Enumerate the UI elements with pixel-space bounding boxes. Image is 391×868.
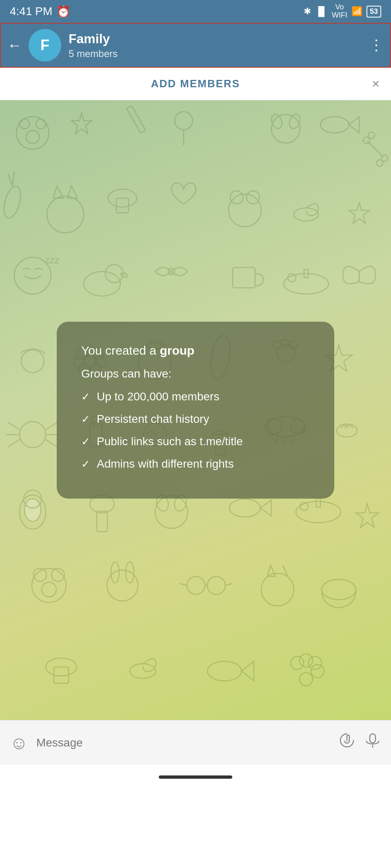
svg-line-20 <box>12 172 14 186</box>
svg-line-100 <box>225 583 233 585</box>
info-title-prefix: You created a <box>81 344 160 357</box>
svg-line-99 <box>180 583 187 585</box>
list-item-2: ✓ Persistent chat history <box>81 411 310 427</box>
svg-point-107 <box>130 664 156 678</box>
svg-point-85 <box>296 501 341 523</box>
svg-point-17 <box>376 160 383 166</box>
vowifi-label: VoWIFI <box>332 3 347 20</box>
svg-point-8 <box>271 115 300 143</box>
svg-point-37 <box>284 274 329 294</box>
group-info: Family 5 members <box>69 31 366 60</box>
check-icon-2: ✓ <box>81 412 90 426</box>
add-members-bar: ADD MEMBERS × <box>0 68 391 100</box>
svg-rect-5 <box>127 106 146 133</box>
svg-point-97 <box>207 576 225 594</box>
list-item-3-text: Public links such as t.me/title <box>97 433 243 449</box>
svg-line-13 <box>367 141 384 157</box>
close-button[interactable]: × <box>363 76 380 91</box>
svg-point-41 <box>21 350 44 373</box>
time-label: 4:41 PM <box>10 5 52 18</box>
svg-point-92 <box>42 582 56 597</box>
svg-marker-88 <box>356 504 379 528</box>
list-item-1-text: Up to 200,000 members <box>97 389 219 404</box>
svg-point-113 <box>309 656 322 669</box>
status-bar: 4:41 PM ⏰ ✱ ▐▌ VoWIFI 📶 53 <box>0 0 391 23</box>
svg-point-96 <box>187 576 205 594</box>
svg-line-64 <box>46 440 57 447</box>
svg-marker-4 <box>71 113 92 134</box>
svg-point-33 <box>84 272 120 296</box>
svg-point-21 <box>47 196 84 233</box>
mic-button[interactable] <box>364 732 381 753</box>
group-name: Family <box>69 31 366 46</box>
info-card-title: You created a group <box>81 342 310 359</box>
svg-line-62 <box>46 422 57 430</box>
svg-point-58 <box>20 422 46 448</box>
bluetooth-icon: ✱ <box>304 6 311 17</box>
svg-point-28 <box>247 191 260 204</box>
svg-point-2 <box>36 119 46 129</box>
svg-line-61 <box>8 440 20 447</box>
svg-point-1 <box>20 119 29 129</box>
list-item-3: ✓ Public links such as t.me/title <box>81 433 310 449</box>
svg-point-0 <box>16 117 49 149</box>
svg-point-104 <box>322 579 356 600</box>
svg-point-112 <box>300 654 313 667</box>
svg-point-18 <box>1 185 23 220</box>
svg-point-89 <box>32 568 66 603</box>
alarm-icon: ⏰ <box>56 5 71 18</box>
svg-rect-116 <box>370 734 375 743</box>
group-avatar: F <box>29 29 61 62</box>
svg-point-111 <box>291 656 304 669</box>
svg-point-80 <box>155 496 188 528</box>
svg-point-6 <box>175 112 193 130</box>
list-item-2-text: Persistent chat history <box>97 411 209 427</box>
svg-rect-25 <box>116 198 129 213</box>
svg-rect-79 <box>97 511 107 532</box>
check-icon-1: ✓ <box>81 389 90 404</box>
svg-point-83 <box>229 499 260 517</box>
attach-button[interactable] <box>339 732 356 753</box>
svg-point-76 <box>24 499 41 521</box>
list-item-1: ✓ Up to 200,000 members <box>81 389 310 404</box>
svg-point-26 <box>229 194 261 227</box>
svg-text:zzz: zzz <box>45 254 60 265</box>
signal-icon: ▐▌ <box>315 6 328 17</box>
svg-point-108 <box>207 661 242 681</box>
list-item-4-text: Admins with different rights <box>97 456 234 472</box>
group-members-count: 5 members <box>69 48 366 60</box>
home-indicator <box>0 765 391 789</box>
avatar-letter: F <box>40 37 49 54</box>
info-card-list: ✓ Up to 200,000 members ✓ Persistent cha… <box>81 389 310 472</box>
svg-rect-36 <box>233 267 255 288</box>
svg-point-15 <box>368 132 375 139</box>
info-card-subtitle: Groups can have: <box>81 367 310 380</box>
group-info-card: You created a group Groups can have: ✓ U… <box>57 322 334 499</box>
back-button[interactable]: ← <box>7 38 22 53</box>
list-item-4: ✓ Admins with different rights <box>81 456 310 472</box>
svg-point-3 <box>26 130 39 144</box>
svg-point-95 <box>126 562 134 583</box>
svg-rect-87 <box>316 498 320 507</box>
wifi-icon: 📶 <box>351 6 362 17</box>
message-input-bar: ☺ <box>0 720 391 765</box>
status-time: 4:41 PM ⏰ <box>10 5 71 18</box>
info-title-bold: group <box>160 344 194 357</box>
chat-header: ← F Family 5 members ⋮ <box>0 23 391 68</box>
message-input[interactable] <box>36 736 331 749</box>
svg-point-27 <box>230 191 243 204</box>
svg-marker-84 <box>260 500 271 516</box>
svg-marker-12 <box>349 117 359 133</box>
svg-marker-30 <box>349 202 369 223</box>
more-options-button[interactable]: ⋮ <box>369 37 384 54</box>
svg-point-101 <box>261 573 294 606</box>
svg-line-59 <box>8 422 20 430</box>
emoji-button[interactable]: ☺ <box>10 733 28 753</box>
add-members-label: ADD MEMBERS <box>28 77 363 90</box>
svg-line-19 <box>8 174 12 186</box>
battery-indicator: 53 <box>367 6 381 18</box>
status-icons: ✱ ▐▌ VoWIFI 📶 53 <box>304 3 381 20</box>
home-bar <box>159 775 232 779</box>
check-icon-4: ✓ <box>81 457 90 471</box>
svg-point-114 <box>311 665 324 678</box>
